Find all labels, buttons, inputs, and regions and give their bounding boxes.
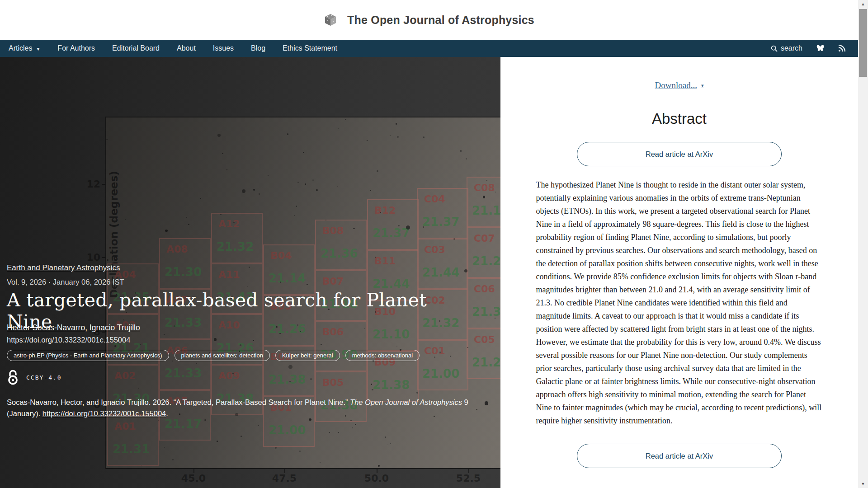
author-link[interactable]: Ignacio Trujillo — [90, 323, 140, 332]
article-hero: Declination (degrees) A0421.35A0321.21A0… — [0, 57, 500, 488]
scroll-down-arrow[interactable]: ▼ — [858, 480, 868, 488]
subject-tags: astro-ph.EP (Physics - Earth and Planeta… — [7, 350, 420, 361]
nav-item-editorial-board[interactable]: Editorial Board — [104, 40, 168, 57]
nav-item-issues[interactable]: Issues — [204, 40, 242, 57]
nav-item-label: Articles — [9, 44, 32, 52]
volume-date-line: Vol. 9, 2026 · January 06, 2026 IST — [7, 278, 124, 286]
subject-tag[interactable]: Kuiper belt: general — [275, 350, 340, 361]
page: The Open Journal of Astrophysics Article… — [0, 0, 868, 488]
abstract-panel: Download... ▾ Abstract Read article at A… — [500, 57, 858, 488]
citation-suffix: . — [166, 409, 168, 418]
download-label: Download... — [655, 80, 697, 90]
nav-item-label: Editorial Board — [112, 44, 160, 52]
citation-journal: The Open Journal of Astrophysics — [350, 398, 462, 406]
open-access-icon — [7, 370, 19, 385]
nav-right: search — [771, 44, 858, 52]
chevron-down-icon: ▾ — [701, 83, 704, 89]
page-scrollbar[interactable]: ▲ ▼ — [858, 0, 868, 488]
subject-tag[interactable]: astro-ph.EP (Physics - Earth and Planeta… — [7, 350, 169, 361]
nav-item-for-authors[interactable]: For Authors — [49, 40, 104, 57]
category-link[interactable]: Earth and Planetary Astrophysics — [7, 263, 120, 272]
scrollbar-thumb[interactable] — [859, 9, 867, 77]
journal-logo-icon[interactable] — [324, 13, 337, 27]
journal-title: The Open Journal of Astrophysics — [347, 14, 534, 27]
author-links: Hector Socas-Navarro, Ignacio Trujillo — [7, 323, 140, 333]
citation-part1: Socas-Navarro, Hector, and Ignacio Truji… — [7, 398, 350, 406]
main-content: Declination (degrees) A0421.35A0321.21A0… — [0, 57, 858, 488]
license-label: CCBY-4.0 — [26, 374, 62, 381]
nav-items: Articles▼For AuthorsEditorial BoardAbout… — [0, 40, 346, 57]
nav-item-articles[interactable]: Articles▼ — [0, 40, 49, 57]
nav-item-blog[interactable]: Blog — [242, 40, 274, 57]
nav-item-ethics-statement[interactable]: Ethics Statement — [274, 40, 346, 57]
read-article-arxiv-button-bottom[interactable]: Read article at ArXiv — [577, 444, 782, 468]
nav-item-label: About — [177, 44, 196, 52]
doi-text: https://doi.org/10.33232/001c.155004 — [7, 336, 130, 344]
abstract-text: The hypothesized Planet Nine is thought … — [536, 178, 823, 427]
search-icon — [771, 45, 778, 52]
nav-item-label: Issues — [213, 44, 234, 52]
main-nav: Articles▼For AuthorsEditorial BoardAbout… — [0, 40, 858, 57]
search-button[interactable]: search — [771, 44, 802, 52]
rss-feed-icon[interactable] — [838, 45, 845, 52]
scroll-up-arrow[interactable]: ▲ — [858, 0, 868, 8]
citation-text: Socas-Navarro, Hector, and Ignacio Truji… — [7, 397, 496, 419]
nav-item-about[interactable]: About — [168, 40, 204, 57]
citation-doi-link[interactable]: https://doi.org/10.33232/001c.155004 — [42, 409, 166, 418]
bluesky-icon[interactable] — [816, 45, 825, 52]
read-article-arxiv-button-top[interactable]: Read article at ArXiv — [577, 142, 782, 166]
hero-content: Earth and Planetary Astrophysics Vol. 9,… — [0, 57, 500, 488]
author-link[interactable]: Hector Socas-Navarro — [7, 323, 85, 332]
abstract-heading: Abstract — [652, 110, 707, 127]
nav-item-label: Blog — [251, 44, 265, 52]
download-dropdown[interactable]: Download... ▾ — [655, 80, 704, 90]
nav-item-label: Ethics Statement — [283, 44, 337, 52]
site-header: The Open Journal of Astrophysics — [0, 0, 858, 40]
search-label: search — [781, 44, 802, 52]
chevron-down-icon: ▼ — [36, 47, 40, 52]
license-row: CCBY-4.0 — [7, 370, 62, 385]
subject-tag[interactable]: planets and satellites: detection — [175, 350, 270, 361]
subject-tag[interactable]: methods: observational — [345, 350, 420, 361]
nav-item-label: For Authors — [57, 44, 95, 52]
